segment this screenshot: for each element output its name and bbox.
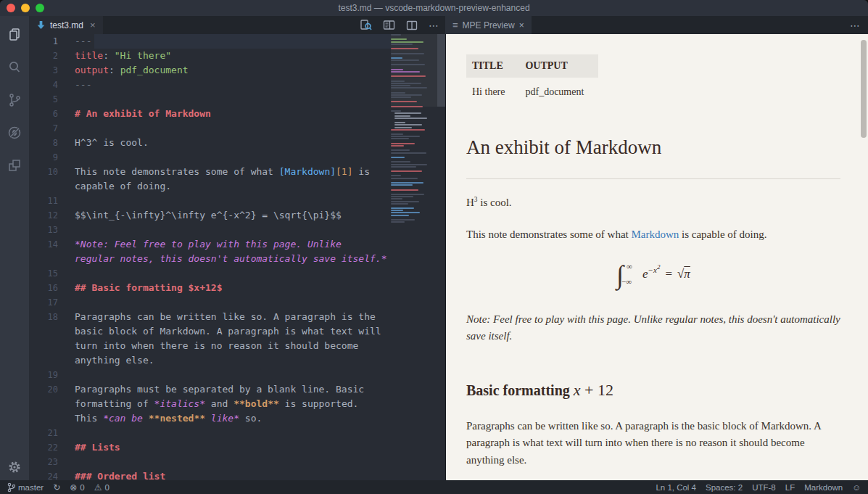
code-line[interactable]: turn into when there is no reason it sho…	[29, 339, 445, 353]
table-cell: pdf_document	[519, 78, 598, 100]
warnings-status[interactable]: ⚠ 0	[94, 482, 109, 493]
line-number: 4	[29, 78, 58, 92]
tab-label: MPE Preview	[463, 20, 515, 30]
workbench: test3.md × ⋯ 1---2title: "	[0, 16, 868, 480]
line-number: 3	[29, 63, 58, 78]
errors-status[interactable]: ⊗ 0	[70, 482, 84, 493]
language-mode[interactable]: Markdown	[804, 483, 843, 492]
line-number: 14	[29, 237, 58, 252]
debug-icon[interactable]	[6, 124, 23, 141]
code-line[interactable]: 17	[29, 295, 445, 310]
close-icon[interactable]: ×	[90, 20, 96, 30]
more-actions-icon[interactable]: ⋯	[850, 16, 861, 34]
code-line[interactable]: 20Paragraphs must be separated by a blan…	[29, 382, 445, 397]
indentation[interactable]: Spaces: 2	[706, 483, 743, 492]
preview-paragraph-link: This note demonstrates some of what Mark…	[466, 226, 840, 243]
line-number	[29, 179, 58, 194]
preview-paragraph-sup: H3 is cool.	[466, 194, 840, 211]
code-line[interactable]: 10This note demonstrates some of what [M…	[29, 165, 445, 179]
line-number: 11	[29, 194, 58, 208]
code-line[interactable]: 9	[29, 150, 445, 165]
code-line[interactable]: 8H^3^ is cool.	[29, 136, 445, 150]
tab-mpe-preview[interactable]: ≡ MPE Preview ×	[445, 16, 532, 34]
eol-sequence[interactable]: LF	[785, 483, 795, 492]
code-line[interactable]: 21	[29, 426, 445, 440]
git-branch-status[interactable]: master	[7, 482, 44, 493]
line-number: 8	[29, 136, 58, 150]
line-number: 23	[29, 455, 58, 469]
markdown-preview: TITLEOUTPUTHi therepdf_document An exhib…	[445, 34, 868, 480]
line-number: 17	[29, 295, 58, 310]
status-bar: master ↻ ⊗ 0 ⚠ 0 Ln 1, Col 4 Spaces: 2 U…	[0, 480, 868, 494]
math-formula: ∫∞−∞e−x2=√π	[466, 255, 840, 296]
warning-icon: ⚠	[94, 482, 102, 493]
code-area: 1---2title: "Hi there"3output: pdf_docum…	[29, 34, 445, 480]
activity-bar	[0, 16, 29, 480]
split-editor-icon[interactable]	[406, 20, 418, 30]
settings-gear-icon[interactable]	[0, 460, 29, 474]
line-number: 24	[29, 469, 58, 480]
code-line[interactable]: 19	[29, 368, 445, 382]
editor-scrollbar[interactable]	[437, 34, 445, 107]
zoom-window-button[interactable]	[36, 4, 44, 12]
code-line[interactable]: 16## Basic formatting $x+12$	[29, 281, 445, 295]
cursor-position[interactable]: Ln 1, Col 4	[656, 483, 696, 492]
code-line[interactable]: 22## Lists	[29, 440, 445, 455]
code-line[interactable]: anything else.	[29, 353, 445, 368]
close-icon[interactable]: ×	[519, 20, 524, 30]
tab-test3-md[interactable]: test3.md ×	[29, 16, 103, 34]
table-cell: Hi there	[466, 78, 519, 100]
line-number: 7	[29, 121, 58, 136]
preview-scrollbar[interactable]	[861, 40, 867, 138]
code-line[interactable]: 18Paragraphs can be written like so. A p…	[29, 310, 445, 324]
code-line[interactable]: 15	[29, 266, 445, 281]
code-line[interactable]: 14*Note: Feel free to play with this pag…	[29, 237, 445, 252]
code-line[interactable]: 24### Ordered list	[29, 469, 445, 480]
encoding[interactable]: UTF-8	[752, 483, 776, 492]
open-preview-to-side-icon[interactable]	[383, 20, 395, 30]
code-line[interactable]: 23	[29, 455, 445, 469]
line-number: 21	[29, 426, 58, 440]
code-line[interactable]: 11	[29, 194, 445, 208]
line-number: 20	[29, 382, 58, 397]
editor-tab-bar: test3.md × ⋯	[29, 16, 445, 34]
more-actions-icon[interactable]: ⋯	[429, 20, 439, 31]
line-number: 9	[29, 150, 58, 165]
line-number: 22	[29, 440, 58, 455]
code-line[interactable]: 7	[29, 121, 445, 136]
line-number: 19	[29, 368, 58, 382]
table-header: OUTPUT	[519, 54, 598, 78]
code-line[interactable]: regular notes, this doesn't automaticall…	[29, 252, 445, 266]
code-line[interactable]: 2title: "Hi there"	[29, 49, 445, 63]
code-line[interactable]: capable of doing.	[29, 179, 445, 194]
code-line[interactable]: 6# An exhibit of Markdown	[29, 107, 445, 121]
text-editor[interactable]: 1---2title: "Hi there"3output: pdf_docum…	[29, 34, 445, 480]
code-line[interactable]: 12$$\int_{-\infty}^\infty e^{-x^2} = \sq…	[29, 208, 445, 223]
vscode-window: test3.md — vscode-markdown-preview-enhan…	[0, 0, 868, 494]
code-line[interactable]: 3output: pdf_document	[29, 63, 445, 78]
line-number: 1	[29, 34, 58, 49]
search-icon[interactable]	[6, 59, 23, 76]
feedback-smiley-icon[interactable]: ☺	[852, 483, 861, 492]
source-control-icon[interactable]	[6, 91, 23, 109]
preview-tab-bar: ≡ MPE Preview × ⋯	[445, 16, 868, 34]
explorer-icon[interactable]	[6, 26, 23, 44]
code-line[interactable]: 5	[29, 92, 445, 107]
extensions-icon[interactable]	[6, 157, 23, 174]
sync-button[interactable]: ↻	[53, 482, 60, 493]
code-line[interactable]: basic block of Markdown. A paragraph is …	[29, 324, 445, 339]
close-window-button[interactable]	[7, 4, 15, 12]
code-line[interactable]: 4---	[29, 78, 445, 92]
line-number	[29, 397, 58, 411]
code-line[interactable]: formatting of *italics* and **bold** is …	[29, 397, 445, 411]
code-line[interactable]: 13	[29, 223, 445, 237]
line-number: 6	[29, 107, 58, 121]
line-number: 12	[29, 208, 58, 223]
code-line[interactable]: 1---	[29, 34, 445, 49]
markdown-link[interactable]: Markdown	[631, 229, 679, 240]
line-number: 5	[29, 92, 58, 107]
minimap[interactable]	[391, 34, 436, 480]
code-line[interactable]: This *can be **nested** like* so.	[29, 411, 445, 426]
open-preview-icon[interactable]	[360, 19, 372, 31]
minimize-window-button[interactable]	[21, 4, 30, 12]
